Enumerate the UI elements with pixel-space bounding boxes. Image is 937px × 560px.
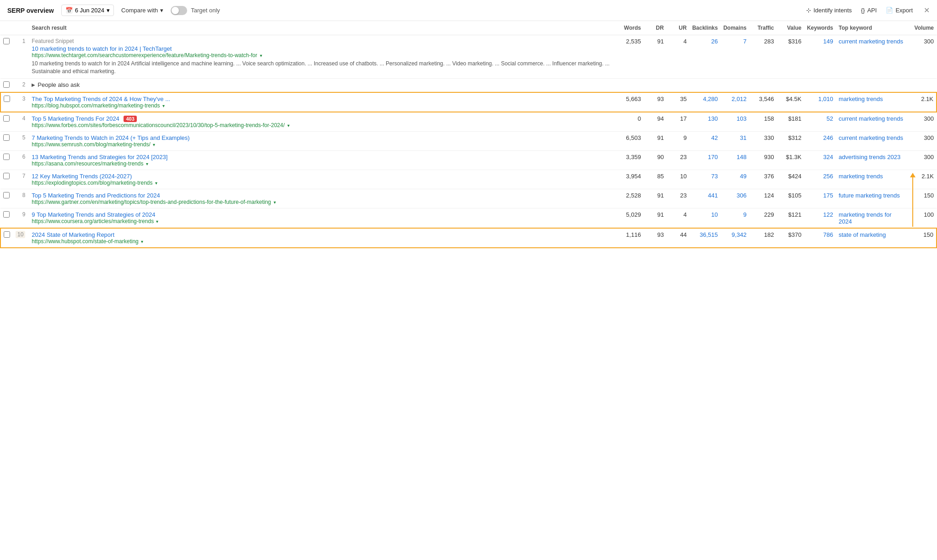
intents-icon: ⊹ xyxy=(806,7,811,14)
col-search-result-header: Search result xyxy=(29,21,621,35)
url-dropdown-icon[interactable]: ▾ xyxy=(162,103,165,108)
row-number: 4 xyxy=(13,112,29,132)
url-dropdown-icon[interactable]: ▾ xyxy=(156,219,158,224)
value-cell: $312 xyxy=(777,132,804,151)
result-url[interactable]: https://www.hubspot.com/state-of-marketi… xyxy=(32,238,618,245)
url-dropdown-icon[interactable]: ▾ xyxy=(260,53,262,58)
paa-cell: ▶ People also ask xyxy=(29,78,937,92)
col-keywords-header[interactable]: Keywords xyxy=(804,21,836,35)
export-button[interactable]: 📄 Export xyxy=(886,7,913,14)
backlinks-cell: 441 xyxy=(689,189,721,208)
calendar-icon: 📅 xyxy=(65,7,73,14)
result-title[interactable]: Top 5 Marketing Trends and Predictions f… xyxy=(32,192,618,199)
traffic-cell: 376 xyxy=(749,170,777,189)
result-url[interactable]: https://www.coursera.org/articles/market… xyxy=(32,218,618,224)
close-button[interactable]: ✕ xyxy=(924,6,930,15)
result-title[interactable]: Top 5 Marketing Trends For 2024 xyxy=(32,115,119,122)
compare-with-label: Compare with xyxy=(121,7,158,14)
row-checkbox[interactable] xyxy=(3,134,10,141)
value-cell: $105 xyxy=(777,189,804,208)
volume-cell: 300 xyxy=(909,112,937,132)
domains-cell: 103 xyxy=(721,112,749,132)
result-url[interactable]: https://www.forbes.com/sites/forbescommu… xyxy=(32,122,618,128)
volume-cell: 300 xyxy=(909,151,937,170)
result-title[interactable]: 9 Top Marketing Trends and Strategies of… xyxy=(32,211,618,218)
table-row: 8 Top 5 Marketing Trends and Predictions… xyxy=(0,189,937,208)
domains-cell: 2,012 xyxy=(721,92,749,112)
col-dr-header[interactable]: DR xyxy=(644,21,667,35)
row-checkbox[interactable] xyxy=(3,81,10,88)
result-url[interactable]: https://www.semrush.com/blog/marketing-t… xyxy=(32,141,618,148)
url-dropdown-icon[interactable]: ▾ xyxy=(274,200,276,205)
backlinks-cell: 42 xyxy=(689,132,721,151)
col-top-keyword-header[interactable]: Top keyword xyxy=(836,21,909,35)
col-volume-header[interactable]: Volume xyxy=(909,21,937,35)
api-button[interactable]: {} API xyxy=(861,7,877,14)
top-keyword-cell: marketing trends xyxy=(836,170,909,189)
domains-cell: 148 xyxy=(721,151,749,170)
result-title[interactable]: 2024 State of Marketing Report xyxy=(32,231,618,238)
result-title[interactable]: The Top Marketing Trends of 2024 & How T… xyxy=(32,96,618,102)
row-checkbox[interactable] xyxy=(3,192,10,198)
row-checkbox[interactable] xyxy=(3,211,10,218)
col-words-header[interactable]: Words xyxy=(621,21,644,35)
paa-expand-icon[interactable]: ▶ xyxy=(32,82,35,87)
url-dropdown-icon[interactable]: ▾ xyxy=(146,161,148,166)
target-only-toggle[interactable] xyxy=(171,6,187,15)
row-checkbox[interactable] xyxy=(3,38,10,44)
col-num-header xyxy=(13,21,29,35)
url-dropdown-icon[interactable]: ▾ xyxy=(287,123,290,128)
traffic-cell: 3,546 xyxy=(749,92,777,112)
url-dropdown-icon[interactable]: ▾ xyxy=(153,142,155,147)
backlinks-cell: 4,280 xyxy=(689,92,721,112)
chevron-down-icon: ▾ xyxy=(160,7,163,14)
date-button[interactable]: 📅 6 Jun 2024 ▾ xyxy=(61,5,114,16)
row-checkbox[interactable] xyxy=(3,173,10,179)
col-ur-header[interactable]: UR xyxy=(667,21,689,35)
url-dropdown-icon[interactable]: ▾ xyxy=(141,239,143,244)
traffic-cell: 182 xyxy=(749,228,777,248)
search-result-cell: 7 Marketing Trends to Watch in 2024 (+ T… xyxy=(29,132,621,151)
words-cell: 2,535 xyxy=(621,35,644,79)
keywords-cell: 786 xyxy=(804,228,836,248)
words-cell: 5,029 xyxy=(621,208,644,229)
dr-cell: 91 xyxy=(644,189,667,208)
col-value-header[interactable]: Value xyxy=(777,21,804,35)
dr-cell: 94 xyxy=(644,112,667,132)
col-traffic-header[interactable]: Traffic xyxy=(749,21,777,35)
keywords-cell: 122 xyxy=(804,208,836,229)
identify-intents-button[interactable]: ⊹ Identify intents xyxy=(806,7,852,14)
col-domains-header[interactable]: Domains xyxy=(721,21,749,35)
row-checkbox[interactable] xyxy=(4,231,10,238)
dr-cell: 93 xyxy=(644,92,667,112)
result-title[interactable]: 12 Key Marketing Trends (2024-2027) xyxy=(32,173,618,180)
domains-cell: 9,342 xyxy=(721,228,749,248)
url-dropdown-icon[interactable]: ▾ xyxy=(155,181,157,186)
table-row: 9 9 Top Marketing Trends and Strategies … xyxy=(0,208,937,229)
ur-cell: 4 xyxy=(667,35,689,79)
traffic-cell: 930 xyxy=(749,151,777,170)
result-title[interactable]: 13 Marketing Trends and Strategies for 2… xyxy=(32,154,618,160)
result-title[interactable]: 10 marketing trends to watch for in 2024… xyxy=(32,45,618,52)
result-url[interactable]: https://asana.com/resources/marketing-tr… xyxy=(32,160,618,167)
compare-with-button[interactable]: Compare with ▾ xyxy=(121,7,163,14)
words-cell: 3,954 xyxy=(621,170,644,189)
ur-cell: 23 xyxy=(667,189,689,208)
keywords-cell: 149 xyxy=(804,35,836,79)
col-backlinks-header[interactable]: Backlinks xyxy=(689,21,721,35)
result-url[interactable]: https://blog.hubspot.com/marketing/marke… xyxy=(32,102,618,109)
result-url[interactable]: https://www.gartner.com/en/marketing/top… xyxy=(32,199,618,205)
row-checkbox[interactable] xyxy=(4,96,10,102)
row-checkbox[interactable] xyxy=(3,115,10,122)
backlinks-cell: 170 xyxy=(689,151,721,170)
table-row: 6 13 Marketing Trends and Strategies for… xyxy=(0,151,937,170)
result-url[interactable]: https://www.techtarget.com/searchcustome… xyxy=(32,52,618,59)
words-cell: 6,503 xyxy=(621,132,644,151)
row-checkbox[interactable] xyxy=(3,154,10,160)
export-icon: 📄 xyxy=(886,7,893,14)
table-row: 3 The Top Marketing Trends of 2024 & How… xyxy=(0,92,937,112)
result-url[interactable]: https://explodingtopics.com/blog/marketi… xyxy=(32,180,618,186)
result-title[interactable]: 7 Marketing Trends to Watch in 2024 (+ T… xyxy=(32,134,618,141)
volume-cell: 150 xyxy=(909,228,937,248)
result-snippet: 10 marketing trends to watch for in 2024… xyxy=(32,60,618,75)
